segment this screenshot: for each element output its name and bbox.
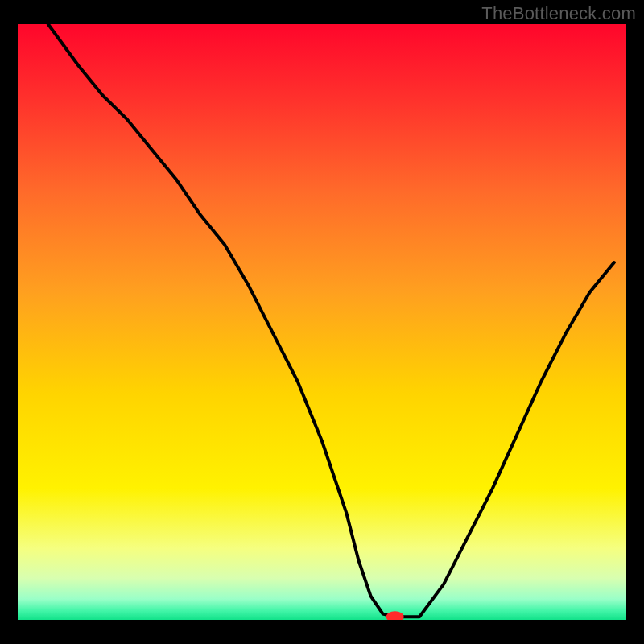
chart-svg [18, 24, 626, 620]
gradient-background [18, 24, 626, 620]
watermark-label: TheBottleneck.com [481, 3, 636, 24]
plot-area [18, 24, 626, 620]
chart-frame: TheBottleneck.com [0, 0, 644, 644]
